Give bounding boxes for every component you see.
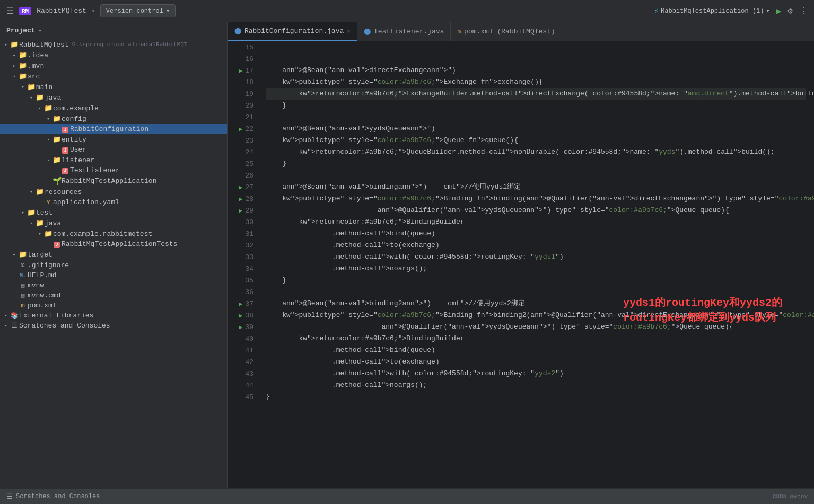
code-line-33: .method-call">with( color:#94558d;">rout… [266, 251, 806, 263]
code-line-23: kw">public type" style="color:#a9b7c6;">… [266, 135, 806, 146]
status-bar: ☰ Scratches and Consoles CSDN @vcoy [0, 488, 814, 504]
line-number-19: 19 [228, 88, 257, 100]
sidebar-item-application.yaml[interactable]: Y application.yaml [0, 197, 227, 207]
code-line-21 [266, 111, 806, 123]
code-line-29: ann">@Qualifier("ann-val">yydsQueueann">… [266, 205, 806, 216]
version-control-button[interactable]: Version control ▾ [100, 4, 176, 17]
status-right: CSDN @vcoy [773, 493, 808, 500]
status-scratches-label[interactable]: Scratches and Consoles [16, 493, 100, 500]
main-layout: Project ▾ ▾ 📁 RabbitMQTestG:\spring clou… [0, 22, 814, 488]
sidebar-item-idea[interactable]: ▸ 📁 .idea [0, 50, 227, 60]
sidebar-item-Scratches[interactable]: ▸ ☰ Scratches and Consoles [0, 321, 227, 331]
line-number-39: ▶39 [228, 321, 257, 333]
code-line-37: ann">@Bean("ann-val">binding2ann">") cmt… [266, 298, 806, 310]
title-bar-left: ☰ RM RabbitMQTest ▾ Version control ▾ [6, 4, 649, 17]
code-line-22: ann">@Bean("ann-val">yydsQueueann">") [266, 123, 806, 135]
line-number-31: 31 [228, 228, 257, 240]
tab-label3: pom.xml (RabbitMQTest) [464, 28, 555, 36]
sidebar-item-com.example[interactable]: ▾ 📁 com.example [0, 103, 227, 113]
run-app-button[interactable]: ⚡ RabbitMqTestApplication (1) ▾ [654, 6, 770, 15]
code-line-39: ann">@Qualifier("ann-val">yydsQueueann">… [266, 321, 806, 333]
code-line-20: } [266, 100, 806, 111]
project-dropdown-arrow[interactable]: ▾ [92, 8, 95, 14]
code-line-40: kw">return color:#a9b7c6;">BindingBuilde… [266, 333, 806, 344]
hamburger-icon[interactable]: ☰ [6, 6, 14, 16]
code-content[interactable]: ann">@Bean("ann-val">directExchangeann">… [257, 41, 814, 488]
sidebar-item-com.example.rabbitmqtest[interactable]: ▾ 📁 com.example.rabbitmqtest [0, 228, 227, 239]
line-number-42: 42 [228, 356, 257, 368]
sidebar-item-mvnw[interactable]: ▤ mvnw [0, 280, 227, 290]
line-number-44: 44 [228, 379, 257, 391]
code-line-19: kw">return color:#a9b7c6;">ExchangeBuild… [266, 88, 806, 100]
status-left: ☰ Scratches and Consoles [6, 492, 100, 501]
sidebar-item-User[interactable]: J User [0, 145, 227, 155]
tab-pom-icon: m [457, 29, 461, 35]
line-number-33: 33 [228, 251, 257, 263]
sidebar-item-RabbitConfiguration[interactable]: J RabbitConfiguration [0, 124, 227, 134]
sidebar-item-target[interactable]: ▸ 📁 target [0, 249, 227, 260]
line-number-23: 23 [228, 135, 257, 146]
sidebar-item-HELP.md[interactable]: M↓ HELP.md [0, 270, 227, 280]
line-number-15: 15 [228, 41, 257, 53]
code-line-44: .method-call">noargs(); [266, 379, 806, 391]
line-number-41: 41 [228, 344, 257, 356]
sidebar-header: Project ▾ [0, 22, 227, 39]
sidebar-item-java2[interactable]: ▾ 📁 java [0, 218, 227, 228]
code-line-32: .method-call">to(exchange) [266, 240, 806, 251]
tab-java-icon2: ⬤ [364, 28, 371, 36]
line-number-40: 40 [228, 333, 257, 344]
sidebar-arrow[interactable]: ▾ [39, 28, 42, 34]
tab-label2: TestListener.java [374, 28, 444, 36]
sidebar-item-resources[interactable]: ▾ 📁 resources [0, 187, 227, 197]
sidebar-item-main[interactable]: ▾ 📁 main [0, 82, 227, 92]
tab-rabbit-configuration[interactable]: ⬤ RabbitConfiguration.java ✕ [228, 22, 357, 41]
settings-icon[interactable]: ⚙ [787, 6, 793, 16]
line-number-25: 25 [228, 158, 257, 170]
file-tree: ▾ 📁 RabbitMQTestG:\spring cloud alibaba\… [0, 39, 227, 331]
line-number-45: 45 [228, 391, 257, 403]
sidebar-item-ExternalLibraries[interactable]: ▸ 📚 External Libraries [0, 311, 227, 321]
sidebar-item-rabbitmqtest[interactable]: ▾ 📁 RabbitMQTestG:\spring cloud alibaba\… [0, 39, 227, 50]
sidebar-item-mvn[interactable]: ▸ 📁 .mvn [0, 60, 227, 71]
line-number-36: 36 [228, 286, 257, 298]
line-number-24: 24 [228, 146, 257, 158]
tab-test-listener[interactable]: ⬤ TestListener.java [357, 22, 451, 41]
line-number-27: ▶27 [228, 181, 257, 193]
line-number-26: 26 [228, 170, 257, 181]
line-number-22: ▶22 [228, 123, 257, 135]
line-number-21: 21 [228, 111, 257, 123]
line-number-28: ▶28 [228, 193, 257, 205]
line-number-18: 18 [228, 76, 257, 88]
sidebar-item-config[interactable]: ▾ 📁 config [0, 113, 227, 124]
tab-label: RabbitConfiguration.java [244, 27, 344, 35]
sidebar-item-test[interactable]: ▾ 📁 test [0, 207, 227, 218]
tab-close-icon[interactable]: ✕ [347, 28, 351, 34]
code-editor[interactable]: 1516▶1718192021▶2223242526▶27▶28▶2930313… [228, 41, 814, 488]
line-number-30: 30 [228, 216, 257, 228]
code-line-24: kw">return color:#a9b7c6;">QueueBuilder.… [266, 146, 806, 158]
code-line-17: ann">@Bean("ann-val">directExchangeann">… [266, 65, 806, 76]
project-title[interactable]: RabbitMQTest [37, 7, 86, 15]
sidebar-item-pom.xml[interactable]: m pom.xml [0, 300, 227, 311]
sidebar-item-TestListener[interactable]: J TestListener [0, 165, 227, 175]
sidebar-item-RabbitMqTestApplicationTests[interactable]: J RabbitMqTestApplicationTests [0, 239, 227, 249]
sidebar-item-java[interactable]: ▾ 📁 java [0, 92, 227, 103]
scratches-icon: ☰ [6, 492, 13, 501]
code-line-42: .method-call">to(exchange) [266, 356, 806, 368]
code-line-34: .method-call">noargs(); [266, 263, 806, 275]
sidebar-item-src[interactable]: ▾ 📁 src [0, 71, 227, 82]
gutter-area: 1516▶1718192021▶2223242526▶27▶28▶2930313… [228, 41, 257, 488]
line-number-32: 32 [228, 240, 257, 251]
sidebar-item-listener[interactable]: ▾ 📁 listener [0, 155, 227, 165]
more-icon[interactable]: ⋮ [799, 6, 808, 16]
sidebar-item-RabbitMqTestApplication[interactable]: 🌱 RabbitMqTestApplication [0, 175, 227, 187]
code-line-28: kw">public type" style="color:#a9b7c6;">… [266, 193, 806, 205]
run-icon[interactable]: ▶ [776, 6, 782, 16]
tab-pom[interactable]: m pom.xml (RabbitMQTest) [451, 22, 562, 41]
sidebar-item-mvnw.cmd[interactable]: ▤ mvnw.cmd [0, 290, 227, 300]
line-number-43: 43 [228, 368, 257, 379]
code-line-27: ann">@Bean("ann-val">bindingann">") cmt"… [266, 181, 806, 193]
sidebar-item-gitignore[interactable]: ⊘ .gitignore [0, 260, 227, 270]
sidebar-item-entity[interactable]: ▾ 📁 entity [0, 134, 227, 145]
code-line-31: .method-call">bind(queue) [266, 228, 806, 240]
